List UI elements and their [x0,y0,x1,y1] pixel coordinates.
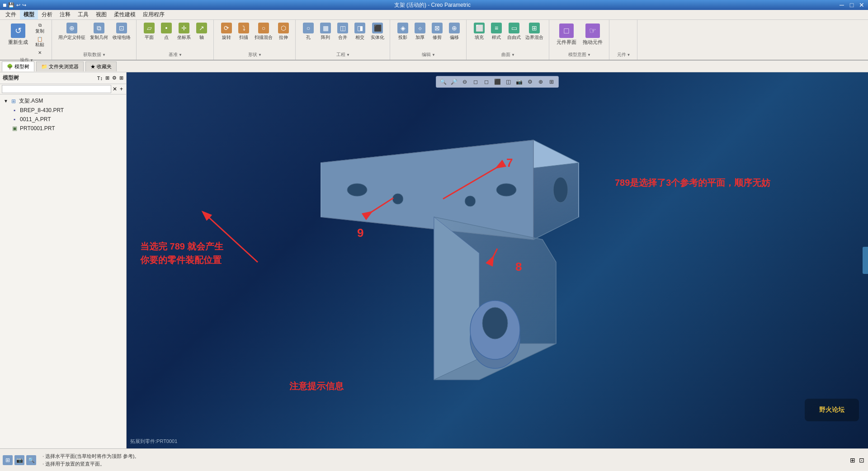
view-shaded-button[interactable]: ⬛ [492,77,502,86]
freeform-button[interactable]: ▭ 自由式 [505,22,523,51]
statusbar-icon-2[interactable]: 📷 [14,455,24,465]
tree-item-label: BREP_8-430.PRT [20,107,64,113]
statusbar-left: ⊞ 📷 🔍 [0,449,39,471]
ribbon-group-datum: ▱ 平面 • 点 ✛ 坐标系 ↗ 轴 基准▼ [137,20,214,60]
extrude-button[interactable]: ⬡ 拉伸 [275,22,292,51]
menu-annotation[interactable]: 注释 [56,10,74,19]
annotation-number-9: 9 [357,226,363,240]
sidebar-filter-input[interactable] [2,85,111,93]
annotation-right-text: 789是选择了3个参考的平面，顺序无妨 [615,176,771,189]
undo-btn[interactable]: ↩ [16,2,20,8]
intersect-button[interactable]: ◨ 相交 [352,22,368,51]
offset-button[interactable]: ⊕ 偏移 [446,22,462,51]
menu-applications[interactable]: 应用程序 [139,10,168,19]
view-settings-button[interactable]: ⚙ [525,77,535,86]
hole-button[interactable]: ○ 孔 [300,22,316,51]
tree-item-brep[interactable]: ▪ BREP_8-430.PRT [0,106,126,115]
merge-icon: ◫ [337,23,348,33]
titlebar: ■ 💾 ↩ ↪ 支架 (活动的) - Creo Parametric ─ □ ✕ [0,0,868,10]
menu-tools[interactable]: 工具 [74,10,92,19]
zoom-out-button[interactable]: ⊖ [460,77,470,86]
view-orient-button[interactable]: ⊕ [536,77,546,86]
part-icon-2: ▪ [11,116,18,123]
statusbar-icon-3[interactable]: 🔍 [26,455,36,465]
paste-button[interactable]: 📋粘贴 [32,36,48,49]
plane-button[interactable]: ▱ 平面 [141,22,157,51]
toolbar-customize-icon[interactable]: ⊞ [850,457,855,464]
sidebar-sort-button[interactable]: T↕ [97,75,103,81]
point-icon: • [161,23,172,33]
menu-flexible-modeling[interactable]: 柔性建模 [110,10,139,19]
tab-model-tree[interactable]: 🌳 模型树 [2,61,34,71]
sweep-button[interactable]: ⤵ 扫描 [236,22,252,51]
window-title: 支架 (活动的) - Creo Parametric [26,1,838,9]
fill-button[interactable]: ⬜ 填充 [471,22,487,51]
tree-item-0011a[interactable]: ▪ 0011_A.PRT [0,115,126,124]
tab-folder-browser[interactable]: 📁 文件夹浏览器 [36,61,84,71]
svg-point-13 [465,196,476,207]
view-more-button[interactable]: ⊞ [547,77,557,86]
view-edges-button[interactable]: ◫ [503,77,513,86]
thicken-button[interactable]: ⟐ 加厚 [412,22,428,51]
shrink-wrap-button[interactable]: ⊡ 收缩包络 [111,22,132,51]
copy-icon: ⧉ [38,23,42,28]
boundary-blend-button[interactable]: ⊞ 边界混合 [524,22,545,51]
scroll-indicator[interactable] [863,247,868,274]
view-wireframe-button[interactable]: ◻ [481,77,491,86]
point-button[interactable]: • 点 [158,22,175,51]
viewport[interactable]: 🔍 🔎 ⊖ ◻ ◻ ⬛ ◫ 📷 ⚙ ⊕ ⊞ [127,72,868,448]
redo-btn[interactable]: ↪ [22,2,26,8]
component-interface-button[interactable]: □ 元件界面 [554,22,579,51]
secondary-toolbar: 🌳 模型树 📁 文件夹浏览器 ★ 收藏夹 [0,61,868,72]
menu-analysis[interactable]: 分析 [38,10,56,19]
ribbon-group-shape: ⟳ 旋转 ⤵ 扫描 ○ 扫描混合 ⬡ 拉伸 形状▼ [215,20,296,60]
trim-button[interactable]: ⊠ 修剪 [429,22,445,51]
style-button[interactable]: ≡ 样式 [488,22,505,51]
pattern-button[interactable]: ▦ 阵列 [317,22,334,51]
solidify-button[interactable]: ⬛ 实体化 [369,22,386,51]
statusbar-icon-1[interactable]: ⊞ [3,455,13,465]
tree-item-prt0001[interactable]: ▣ PRT0001.PRT [0,124,126,133]
sidebar-settings-button[interactable]: ⚙ [112,75,117,81]
screen-icon[interactable]: ⊡ [859,457,864,464]
menu-model[interactable]: 模型 [20,10,38,19]
sidebar-columns-button[interactable]: ⊞ [105,75,109,81]
annotation-number-8: 8 [515,260,522,274]
quick-access-toolbar: 💾 ↩ ↪ [8,2,26,8]
filter-add-button[interactable]: + [118,86,124,92]
swept-blend-button[interactable]: ○ 扫描混合 [253,22,274,51]
user-defined-feature-button[interactable]: ⊕ 用户定义特征 [57,22,87,51]
tree-expand-icon: ▼ [4,99,8,104]
shrink-wrap-icon: ⊡ [116,23,127,33]
tree-item-assembly[interactable]: ▼ ⊞ 支架.ASM [0,96,126,106]
ribbon-group-engineering: ○ 孔 ▦ 阵列 ◫ 合并 ◨ 相交 ⬛ 实体化 工程▼ [297,20,390,60]
menu-view[interactable]: 视图 [92,10,110,19]
view-box-button[interactable]: ◻ [471,77,481,86]
menu-file[interactable]: 文件 [2,10,20,19]
minimize-button[interactable]: ─ [838,1,845,9]
zoom-fit-button[interactable]: 🔎 [449,77,459,86]
revolve-button[interactable]: ⟳ 旋转 [218,22,235,51]
coord-sys-button[interactable]: ✛ 坐标系 [175,22,193,51]
close-button[interactable]: ✕ [858,1,865,9]
filter-clear-button[interactable]: ✕ [111,86,118,92]
tree-item-label: 0011_A.PRT [20,116,51,122]
copy-button[interactable]: ⧉复制 [32,22,48,35]
drag-component-button[interactable]: ☞ 拖动元件 [580,22,605,51]
annotation-number-7: 7 [506,156,513,170]
part-icon-1: ▪ [11,107,18,114]
axis-button[interactable]: ↗ 轴 [193,22,210,51]
screenshot-button[interactable]: 📷 [514,77,524,86]
regenerate-button[interactable]: ↺ 重新生成 [5,22,31,56]
tab-favorites[interactable]: ★ 收藏夹 [85,61,117,71]
project-button[interactable]: ◈ 投影 [395,22,411,51]
merge-button[interactable]: ◫ 合并 [335,22,351,51]
zoom-in-button[interactable]: 🔍 [438,77,448,86]
save-btn[interactable]: 💾 [8,2,14,8]
ribbon-group-component: 元件▼ [610,20,637,60]
delete-button[interactable]: ✕ [32,49,48,56]
copy-geometry-button[interactable]: ⧉ 复制几何 [88,22,110,51]
maximize-button[interactable]: □ [848,1,855,9]
sidebar-expand-button[interactable]: ⊞ [119,75,123,81]
statusbar-messages: · 选择水平平面(当草绘时将作为顶部 参考)。 · 选择用于放置的竖直平面。 [39,449,846,471]
